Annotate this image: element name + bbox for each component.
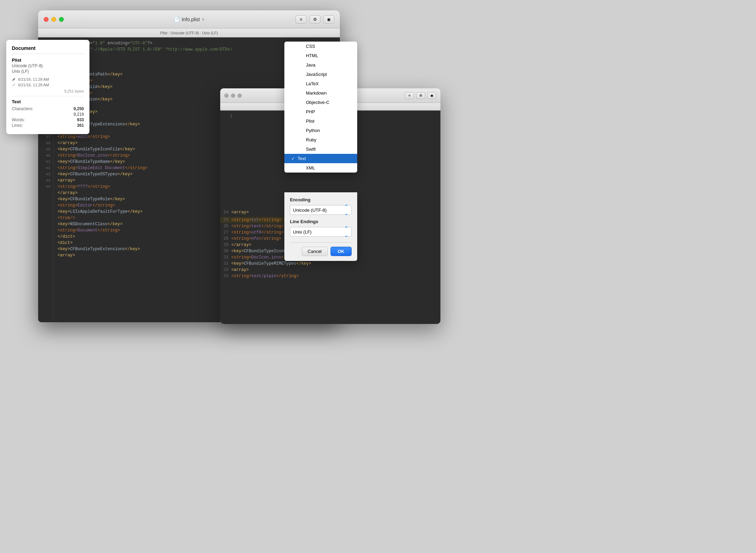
format-minimize-button[interactable] [231,94,235,98]
menu-item-javascript[interactable]: JavaScript [284,70,357,79]
menu-item-label: Ruby [306,137,316,142]
encoding-chevron-icon: ⌃⌄ [344,203,349,217]
code2-content: <string>txt</string> [231,217,281,223]
panel-line-ending: Unix (LF) [12,69,84,74]
menu-item-label: JavaScript [306,72,327,77]
line-num: 40 [38,152,53,159]
menu-item-label: LaTeX [306,81,319,86]
cancel-button[interactable]: Cancel [302,247,327,256]
settings-divider [290,242,352,243]
line-num2: 29 [220,242,231,248]
code2-line: 33 <array> [220,267,352,273]
characters-stat: Characters: 9,250 [12,106,84,111]
menu-item-label: Markdown [306,90,327,96]
menu-item-xml[interactable]: XML [284,163,357,173]
encoding-select[interactable]: Unicode (UTF-8) ⌃⌄ [290,205,352,215]
menu-item-latex[interactable]: LaTeX [284,79,357,88]
characters-label: Characters: [12,106,33,111]
lines-value: 361 [77,123,84,128]
menu-item-text[interactable]: Text [284,154,357,163]
code2-content: <string>nfo</string> [231,236,281,242]
title-text: Info.plist [182,17,200,22]
pencil-icon [12,77,16,81]
code2-content: </array> [231,242,251,248]
menu-item-plist[interactable]: Plist [284,116,357,126]
menu-item-html[interactable]: HTML [284,51,357,60]
line-endings-select[interactable]: Unix (LF) ⌃⌄ [290,227,352,237]
encoding-value: Unicode (UTF-8) [293,208,327,213]
traffic-lights [44,17,64,22]
code2-line: 32 <key>CFBundleTypeMIMETypes</key> [220,261,352,267]
ok-button[interactable]: OK [330,247,352,256]
subtitle-text: Plist · Unicode (UTF-8) · Unix (LF) [160,31,218,35]
editor-title: 📄 Info.plist ∨ [174,17,204,22]
format-pin-button[interactable]: ◉ [427,92,436,99]
menu-item-label: Plist [306,119,315,124]
menu-item-css[interactable]: CSS [284,42,357,51]
code2-content: <string>utf8</string> [231,229,284,236]
maximize-button[interactable] [59,17,64,22]
line-num2: 26 [220,223,231,229]
panel-divider [12,96,84,96]
pin-button[interactable]: ◉ [323,15,334,24]
lines-stat: Lines: 361 [12,123,84,128]
format-gear-button[interactable]: ⚙ [416,92,425,99]
line-num2: 25 [220,217,231,223]
close-button[interactable] [44,17,49,22]
line-num2: 32 [220,261,231,267]
menu-item-objectivec[interactable]: Objective-C [284,98,357,107]
menu-item-label: Swift [306,147,316,152]
line-num: 37 [38,134,53,140]
menu-item-php[interactable]: PHP [284,107,357,116]
menu-item-label: Java [306,62,315,68]
format-lines-button[interactable]: ≡ [405,92,414,99]
menu-item-markdown[interactable]: Markdown [284,88,357,98]
lines-button[interactable]: ≡ [295,15,307,24]
words-stat: Words: 933 [12,117,84,122]
menu-item-swift[interactable]: Swift [284,144,357,154]
line-num2: 28 [220,236,231,242]
pencil2-icon [12,83,16,87]
encoding-section-title: Encoding [290,197,352,202]
modified-date: 6/21/16, 11:28 AM [18,83,49,87]
characters-value: 9,250 [74,106,84,111]
lines-label: Lines: [12,123,23,128]
menu-item-python[interactable]: Python [284,126,357,135]
modified-meta: 6/21/16, 11:28 AM [12,83,84,87]
menu-item-label: XML [306,165,315,170]
format-maximize-button[interactable] [238,94,242,98]
title-chevron[interactable]: ∨ [202,17,204,21]
words-label: Words: [12,117,25,122]
minimize-button[interactable] [51,17,56,22]
panel-encoding: Unicode (UTF-8) [12,63,84,68]
line-num: 41 [38,159,53,165]
document-panel: Document Plist Unicode (UTF-8) Unix (LF)… [6,40,89,134]
language-dropdown[interactable]: CSS HTML Java JavaScript LaTeX Markdown … [284,42,357,173]
line-num: 45 [38,184,53,190]
menu-item-label: Objective-C [306,100,329,105]
line-num2: 31 [220,254,231,261]
editor-titlebar: 📄 Info.plist ∨ ≡ ⚙ ◉ [38,10,340,28]
line-num: 42 [38,165,53,171]
format-traffic-lights [224,94,242,98]
line-num: 43 [38,171,53,177]
line-num: 38 [38,140,53,146]
panel-filename-section: Plist Unicode (UTF-8) Unix (LF) [12,58,84,74]
line-endings-title: Line Endings [290,219,352,224]
text-section-title: Text [12,99,84,104]
line-num2: 30 [220,248,231,254]
menu-item-label: PHP [306,109,315,114]
menu-item-java[interactable]: Java [284,60,357,70]
menu-item-label: CSS [306,44,315,49]
line-num: 39 [38,146,53,152]
format-close-button[interactable] [224,94,229,98]
menu-item-label: Python [306,128,320,133]
line-num2: 34 [220,273,231,279]
menu-item-label: HTML [306,53,318,58]
code2-content: <array> [231,267,249,273]
menu-item-ruby[interactable]: Ruby [284,135,357,144]
line-num: 44 [38,177,53,184]
title-icon: 📄 [174,17,180,22]
gear-button[interactable]: ⚙ [309,15,320,24]
settings-panel: Encoding Unicode (UTF-8) ⌃⌄ Line Endings… [284,192,357,261]
